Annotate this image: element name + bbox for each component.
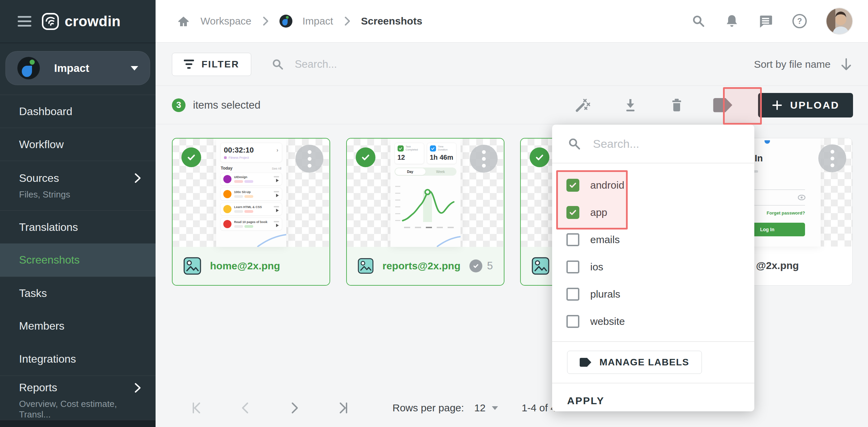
chevron-right-icon xyxy=(343,16,351,26)
crowdin-logo[interactable]: crowdin xyxy=(42,13,121,30)
screenshot-filename: home@2x.png xyxy=(210,260,280,272)
rows-per-page-label: Rows per page: xyxy=(392,402,464,414)
rows-per-page-select[interactable]: 12 xyxy=(474,402,498,414)
label-options: android app emails ios plurals website xyxy=(552,163,754,338)
checkbox-unchecked-icon[interactable] xyxy=(566,233,579,246)
sidebar-header: crowdin xyxy=(0,0,156,43)
label-option-android[interactable]: android xyxy=(552,172,754,199)
card-footer: reports@2x.png 5 xyxy=(347,247,504,285)
sidebar-item-screenshots[interactable]: Screenshots xyxy=(0,243,156,276)
card-menu-button[interactable] xyxy=(818,144,846,172)
selected-check-icon[interactable] xyxy=(356,147,375,167)
sidebar-item-integrations[interactable]: Integrations xyxy=(0,343,156,376)
search-bar xyxy=(271,58,754,71)
selected-check-icon[interactable] xyxy=(181,147,201,167)
chevron-right-icon xyxy=(262,16,269,26)
next-page-icon[interactable] xyxy=(270,400,319,415)
breadcrumb: Workspace Impact Screenshots xyxy=(177,14,422,28)
search-icon[interactable] xyxy=(691,14,706,29)
screenshot-image: 00:32:10› Fitness Project TodaySee All U… xyxy=(216,139,286,247)
filter-button[interactable]: FILTER xyxy=(172,53,251,76)
screenshot-image: Task Completed 12 Time Duration 1h 46m D… xyxy=(390,139,461,247)
sort-control[interactable]: Sort by file name xyxy=(754,57,853,72)
label-option-app[interactable]: app xyxy=(552,199,754,226)
label-tag-icon xyxy=(580,358,591,367)
label-filter-dropdown: android app emails ios plurals website M… xyxy=(552,125,754,411)
selected-check-icon[interactable] xyxy=(530,147,549,167)
apply-button[interactable]: APPLY xyxy=(567,395,605,407)
avatar-photo xyxy=(826,8,852,34)
last-page-icon[interactable] xyxy=(319,400,368,415)
breadcrumb-page: Screenshots xyxy=(361,15,422,27)
checkbox-unchecked-icon[interactable] xyxy=(566,315,579,328)
home-icon[interactable] xyxy=(177,14,190,28)
sidebar-bottom-strip xyxy=(0,420,156,427)
help-icon[interactable]: ? xyxy=(792,13,807,29)
filter-bar: FILTER Sort by file name xyxy=(156,43,868,86)
upload-button[interactable]: UPLOAD xyxy=(758,93,853,117)
screenshot-filename: reports@2x.png xyxy=(382,260,460,272)
sidebar-item-members[interactable]: Members xyxy=(0,310,156,343)
screenshot-filename: @2x.png xyxy=(756,260,799,271)
hamburger-menu-icon[interactable] xyxy=(18,16,31,27)
messages-icon[interactable] xyxy=(758,14,773,29)
delete-trash-icon[interactable] xyxy=(654,97,700,113)
selected-label: items selected xyxy=(193,99,260,111)
previous-page-icon[interactable] xyxy=(221,400,270,415)
decorative-curve xyxy=(256,230,286,247)
user-avatar[interactable] xyxy=(826,7,853,35)
card-menu-button[interactable] xyxy=(295,145,323,173)
label-option-website[interactable]: website xyxy=(552,308,754,335)
brand-wordmark: crowdin xyxy=(65,13,121,30)
first-page-icon[interactable] xyxy=(172,400,221,415)
sidebar-item-workflow[interactable]: Workflow xyxy=(0,128,156,161)
decorative-curve xyxy=(437,233,461,247)
notifications-bell-icon[interactable] xyxy=(724,14,739,29)
selected-count-badge: 3 xyxy=(172,98,186,112)
manage-labels-button[interactable]: MANAGE LABELS xyxy=(567,351,702,374)
project-avatar xyxy=(17,57,40,79)
download-icon[interactable] xyxy=(607,97,654,113)
sidebar-item-sources-sub: Files, Strings xyxy=(19,189,142,200)
card-menu-button[interactable] xyxy=(470,145,498,173)
sidebar-nav: Dashboard Workflow Sources Files, String… xyxy=(0,95,156,425)
bulk-actions: UPLOAD xyxy=(558,93,853,117)
checkbox-unchecked-icon[interactable] xyxy=(566,288,579,301)
checkbox-checked-icon[interactable] xyxy=(566,206,579,219)
crowdin-logo-icon xyxy=(42,13,59,30)
sidebar-item-reports-sub: Overview, Cost estimate, Transl... xyxy=(19,399,142,420)
label-option-ios[interactable]: ios xyxy=(552,253,754,281)
caret-down-icon xyxy=(492,406,498,410)
screenshot-card-reports[interactable]: Task Completed 12 Time Duration 1h 46m D… xyxy=(346,138,504,286)
label-option-plurals[interactable]: plurals xyxy=(552,281,754,308)
screenshot-preview: Task Completed 12 Time Duration 1h 46m D… xyxy=(347,139,504,247)
search-icon xyxy=(567,137,581,151)
filter-icon xyxy=(184,60,194,69)
arrow-down-icon xyxy=(839,57,853,72)
image-file-icon xyxy=(358,257,373,275)
search-input[interactable] xyxy=(294,58,534,71)
label-option-emails[interactable]: emails xyxy=(552,226,754,253)
sidebar-item-translations[interactable]: Translations xyxy=(0,210,156,243)
screenshot-card-home[interactable]: 00:32:10› Fitness Project TodaySee All U… xyxy=(172,138,330,286)
breadcrumb-workspace[interactable]: Workspace xyxy=(200,15,252,27)
auto-tag-wand-icon[interactable] xyxy=(558,97,607,113)
checkbox-checked-icon[interactable] xyxy=(566,179,579,192)
project-selector[interactable]: Impact xyxy=(5,51,150,85)
sidebar-item-sources[interactable]: Sources Files, Strings xyxy=(0,161,156,210)
eye-icon xyxy=(798,195,805,200)
screenshot-preview: 00:32:10› Fitness Project TodaySee All U… xyxy=(173,139,329,247)
tag-count-badge: 5 xyxy=(469,259,493,272)
label-tag-icon[interactable] xyxy=(713,98,732,112)
sidebar-item-reports[interactable]: Reports Overview, Cost estimate, Transl.… xyxy=(0,376,156,425)
breadcrumb-project-icon xyxy=(279,15,292,28)
chevron-right-icon xyxy=(133,382,142,394)
dropdown-search-input[interactable] xyxy=(592,137,723,151)
checkbox-unchecked-icon[interactable] xyxy=(566,260,579,273)
pagination: Rows per page: 12 1-4 of 4 xyxy=(172,392,868,424)
pagination-range: 1-4 of 4 xyxy=(522,402,557,414)
sidebar-item-tasks[interactable]: Tasks xyxy=(0,276,156,310)
breadcrumb-project[interactable]: Impact xyxy=(303,15,333,27)
selection-bar: 3 items selected UPLOAD xyxy=(156,86,868,124)
sidebar-item-dashboard[interactable]: Dashboard xyxy=(0,95,156,128)
